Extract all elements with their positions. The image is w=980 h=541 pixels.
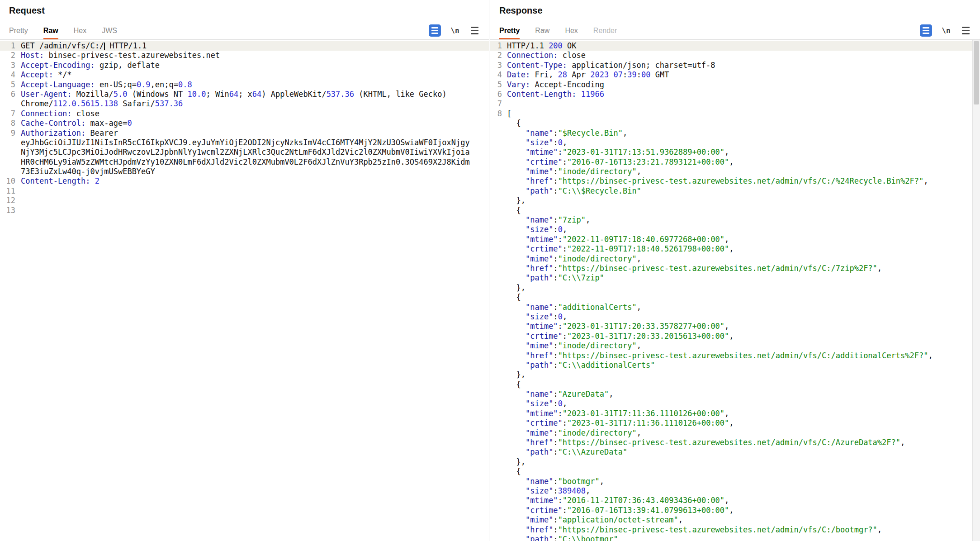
code-segment: 11966: [581, 90, 604, 99]
code-segment: "mime": [526, 341, 553, 350]
line-content: "name":"bootmgr",: [507, 477, 604, 486]
line-number: [490, 389, 507, 399]
code-segment: },: [516, 457, 525, 466]
code-line: Chrome/112.0.5615.138 Safari/537.36: [0, 99, 489, 109]
line-content: Connection: close: [21, 109, 99, 119]
code-line: "href":"https://binsec-privesc-test.azur…: [490, 264, 972, 273]
line-number: [490, 176, 507, 186]
tab-render[interactable]: Render: [593, 22, 617, 39]
code-segment: Content-Length:: [507, 90, 577, 99]
code-segment: "mtime": [526, 409, 558, 418]
format-icon[interactable]: [429, 24, 441, 37]
code-segment: ,: [724, 235, 729, 244]
code-segment: "crtime": [526, 506, 563, 515]
code-segment: :: [558, 322, 563, 331]
newline-toggle-icon[interactable]: \n: [939, 24, 953, 37]
line-number: [0, 99, 21, 109]
tab-jws[interactable]: JWS: [102, 22, 117, 39]
code-segment: [507, 467, 516, 476]
line-number: [490, 332, 507, 341]
code-segment: Content-Length:: [21, 176, 90, 185]
line-number: [490, 399, 507, 408]
line-content: Accept: */*: [21, 70, 72, 80]
code-segment: Content-Type:: [507, 61, 567, 70]
line-content: "size":0,: [507, 399, 567, 408]
code-segment: ,: [586, 215, 590, 224]
code-segment: Host:: [21, 51, 44, 60]
code-segment: :: [563, 244, 567, 253]
line-number: 9: [0, 128, 21, 138]
response-editor[interactable]: 1HTTP/1.1 200 OK2Connection: close3Conte…: [490, 40, 972, 541]
response-tabs: PrettyRawHexRender: [499, 22, 617, 39]
code-line: "href":"https://binsec-privesc-test.azur…: [490, 351, 972, 361]
code-segment: "path": [526, 273, 553, 282]
line-content: "name":"AzureData",: [507, 389, 613, 399]
code-segment: 0: [127, 119, 132, 128]
code-segment: ,: [923, 176, 928, 185]
tab-hex[interactable]: Hex: [565, 22, 578, 39]
code-segment: "path": [526, 186, 553, 195]
line-number: [490, 370, 507, 380]
editor-menu-icon[interactable]: [469, 24, 480, 37]
code-line: "crtime":"2022-11-09T17:18:40.5261798+00…: [490, 244, 972, 254]
line-content: "path":"C:\\$Recycle.Bin": [507, 186, 641, 196]
request-editor[interactable]: 1GET /admin/vfs/C:/ HTTP/1.12Host: binse…: [0, 40, 489, 541]
code-segment: },: [516, 283, 525, 292]
code-segment: ,en;q=: [151, 80, 178, 89]
line-number: [490, 428, 507, 438]
request-tabs: PrettyRawHexJWS: [9, 22, 117, 39]
code-line: "name":"bootmgr",: [490, 477, 972, 486]
code-segment: :: [637, 70, 641, 79]
tab-pretty[interactable]: Pretty: [9, 22, 28, 39]
code-line: "name":"additionalCerts",: [490, 303, 972, 312]
line-number: 3: [490, 61, 507, 70]
code-segment: GMT: [650, 70, 669, 79]
code-segment: [507, 486, 526, 495]
code-segment: "AzureData": [558, 389, 609, 399]
code-line: "path":"C:\\7zip": [490, 273, 972, 283]
code-segment: "size": [526, 138, 553, 147]
line-content: Content-Type: application/json; charset=…: [507, 61, 715, 70]
code-line: "name":"$Recycle.Bin",: [490, 128, 972, 138]
code-segment: Fri,: [530, 70, 558, 79]
line-number: [0, 157, 21, 167]
code-segment: :: [553, 138, 558, 147]
code-segment: [507, 264, 526, 273]
response-scrollbar[interactable]: [972, 40, 980, 541]
code-segment: 0.8: [178, 80, 192, 89]
code-segment: [507, 447, 526, 456]
line-content: Host: binsec-privesc-test.azurewebsites.…: [21, 51, 220, 60]
line-content: "mime":"application/octet-stream",: [507, 515, 683, 525]
code-segment: GET /admin/vfs/C:/: [21, 41, 104, 50]
line-content: "size":0,: [507, 225, 567, 234]
line-content: "mtime":"2022-11-09T17:18:40.6977268+00:…: [507, 235, 729, 244]
code-segment: :: [553, 389, 558, 399]
tab-hex[interactable]: Hex: [74, 22, 86, 39]
line-number: [490, 225, 507, 234]
tab-raw[interactable]: Raw: [535, 22, 549, 39]
tab-raw[interactable]: Raw: [43, 22, 58, 39]
code-segment: "application/octet-stream": [558, 515, 678, 524]
code-segment: [507, 515, 526, 524]
line-content: "mime":"inode/directory",: [507, 167, 641, 176]
code-segment: "2016-07-16T13:39:41.0799613+00:00": [567, 506, 729, 515]
code-segment: {: [516, 380, 521, 389]
code-segment: [507, 138, 526, 147]
code-segment: ,: [637, 254, 641, 263]
code-segment: :: [553, 477, 558, 486]
response-scrollbar-thumb[interactable]: [974, 41, 979, 104]
line-number: [490, 525, 507, 535]
code-segment: (Windows NT: [127, 90, 187, 99]
newline-toggle-icon[interactable]: \n: [448, 24, 462, 37]
code-segment: [507, 303, 526, 312]
format-icon[interactable]: [920, 24, 932, 37]
code-line: "size":0,: [490, 225, 972, 234]
code-segment: [507, 254, 526, 263]
tab-pretty[interactable]: Pretty: [499, 22, 520, 39]
code-segment: [507, 428, 526, 437]
code-segment: "inode/directory": [558, 341, 637, 350]
editor-menu-icon[interactable]: [960, 24, 971, 37]
code-segment: :: [553, 128, 558, 138]
code-line: "href":"https://binsec-privesc-test.azur…: [490, 438, 972, 447]
code-line: 5Accept-Language: en-US;q=0.9,en;q=0.8: [0, 80, 489, 90]
